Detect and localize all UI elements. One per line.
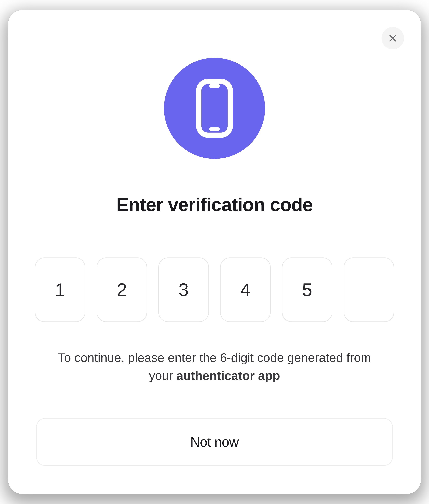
code-digit-2[interactable] <box>97 257 147 322</box>
verification-modal: Enter verification code To continue, ple… <box>8 10 421 494</box>
helper-text: To continue, please enter the 6-digit co… <box>53 349 376 384</box>
modal-title: Enter verification code <box>116 194 313 215</box>
code-digit-3[interactable] <box>158 257 209 322</box>
close-button[interactable] <box>382 27 404 49</box>
svg-rect-2 <box>209 127 220 131</box>
code-digit-1[interactable] <box>35 257 85 322</box>
close-icon <box>388 33 398 43</box>
code-digit-4[interactable] <box>220 257 271 322</box>
helper-bold: authenticator app <box>177 369 280 382</box>
code-digit-5[interactable] <box>282 257 332 322</box>
svg-rect-1 <box>209 83 220 88</box>
code-input-row <box>36 257 393 322</box>
not-now-button[interactable]: Not now <box>36 418 393 466</box>
phone-icon <box>193 79 236 138</box>
code-digit-6[interactable] <box>344 257 394 322</box>
svg-rect-0 <box>199 81 230 135</box>
phone-icon-badge <box>164 58 265 159</box>
